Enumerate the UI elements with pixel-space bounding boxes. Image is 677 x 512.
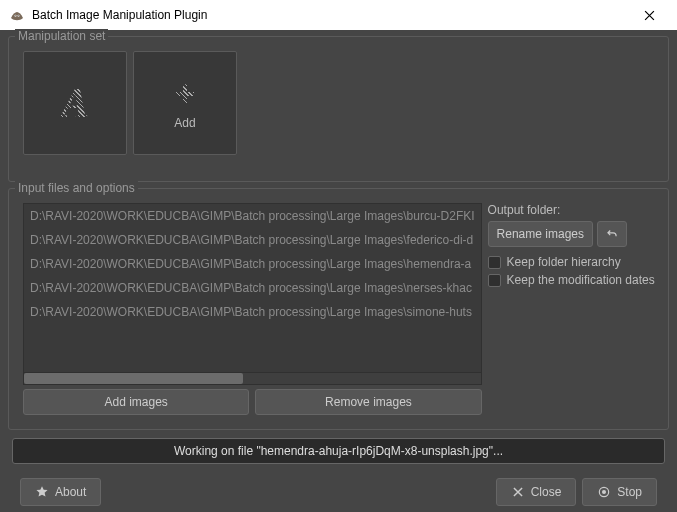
stop-icon (597, 485, 611, 499)
manipulation-set-group: Manipulation set A + Add (8, 36, 669, 182)
close-icon (644, 10, 655, 21)
add-manipulation-tile[interactable]: + Add (133, 51, 237, 155)
keep-dates-row[interactable]: Keep the modification dates (488, 273, 655, 287)
titlebar: Batch Image Manipulation Plugin (0, 0, 677, 30)
svg-point-3 (18, 15, 19, 16)
rename-images-label: Rename images (497, 227, 584, 241)
about-label: About (55, 485, 86, 499)
star-icon (35, 485, 49, 499)
list-item[interactable]: D:\RAVI-2020\WORK\EDUCBA\GIMP\Batch proc… (24, 276, 481, 300)
app-logo-icon (8, 6, 26, 24)
input-files-group: Input files and options D:\RAVI-2020\WOR… (8, 188, 669, 430)
manipulation-tile[interactable]: A (23, 51, 127, 155)
window-close-button[interactable] (629, 0, 669, 30)
file-list[interactable]: D:\RAVI-2020\WORK\EDUCBA\GIMP\Batch proc… (23, 203, 482, 373)
horizontal-scrollbar[interactable] (23, 373, 482, 385)
input-files-label: Input files and options (15, 181, 138, 195)
stop-label: Stop (617, 485, 642, 499)
about-button[interactable]: About (20, 478, 101, 506)
close-icon (511, 485, 525, 499)
text-effect-icon: A (61, 82, 89, 124)
remove-images-label: Remove images (325, 395, 412, 409)
remove-images-button[interactable]: Remove images (255, 389, 481, 415)
scrollbar-thumb[interactable] (24, 373, 243, 384)
add-images-label: Add images (104, 395, 167, 409)
close-label: Close (531, 485, 562, 499)
stop-button[interactable]: Stop (582, 478, 657, 506)
keep-hierarchy-row[interactable]: Keep folder hierarchy (488, 255, 655, 269)
rename-images-button[interactable]: Rename images (488, 221, 593, 247)
plus-icon: + (174, 76, 195, 112)
progress-text: Working on file "hemendra-ahuja-rIp6jDqM… (13, 439, 664, 463)
output-folder-label: Output folder: (488, 203, 655, 217)
reset-output-button[interactable] (597, 221, 627, 247)
close-button[interactable]: Close (496, 478, 577, 506)
undo-icon (605, 227, 619, 241)
window-title: Batch Image Manipulation Plugin (32, 8, 629, 22)
list-item[interactable]: D:\RAVI-2020\WORK\EDUCBA\GIMP\Batch proc… (24, 228, 481, 252)
list-item[interactable]: D:\RAVI-2020\WORK\EDUCBA\GIMP\Batch proc… (24, 204, 481, 228)
svg-point-2 (15, 15, 16, 16)
add-tile-label: Add (174, 116, 195, 130)
list-item[interactable]: D:\RAVI-2020\WORK\EDUCBA\GIMP\Batch proc… (24, 252, 481, 276)
keep-dates-checkbox[interactable] (488, 274, 501, 287)
manipulation-set-label: Manipulation set (15, 29, 108, 43)
keep-hierarchy-label: Keep folder hierarchy (507, 255, 621, 269)
add-images-button[interactable]: Add images (23, 389, 249, 415)
progress-bar: Working on file "hemendra-ahuja-rIp6jDqM… (12, 438, 665, 464)
list-item[interactable]: D:\RAVI-2020\WORK\EDUCBA\GIMP\Batch proc… (24, 300, 481, 324)
keep-dates-label: Keep the modification dates (507, 273, 655, 287)
svg-point-5 (602, 490, 606, 494)
keep-hierarchy-checkbox[interactable] (488, 256, 501, 269)
